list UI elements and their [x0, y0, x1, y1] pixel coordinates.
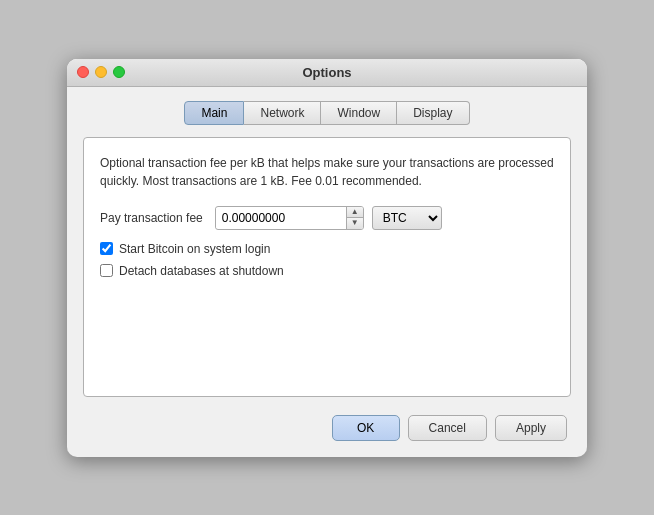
fee-input-wrapper: ▲ ▼: [215, 206, 364, 230]
cancel-button[interactable]: Cancel: [408, 415, 487, 441]
spinner-down-button[interactable]: ▼: [347, 218, 363, 229]
titlebar: Options: [67, 59, 587, 87]
main-panel: Optional transaction fee per kB that hel…: [83, 137, 571, 397]
spinner-buttons: ▲ ▼: [346, 207, 363, 229]
tab-network[interactable]: Network: [244, 101, 321, 125]
detach-databases-label[interactable]: Detach databases at shutdown: [119, 264, 284, 278]
spinner-up-button[interactable]: ▲: [347, 207, 363, 218]
ok-button[interactable]: OK: [332, 415, 400, 441]
maximize-button[interactable]: [113, 66, 125, 78]
window-title: Options: [302, 65, 351, 80]
fee-row: Pay transaction fee ▲ ▼ BTC mBTC μBTC: [100, 206, 554, 230]
checkbox-row-2: Detach databases at shutdown: [100, 264, 554, 278]
tab-display[interactable]: Display: [397, 101, 469, 125]
fee-label: Pay transaction fee: [100, 211, 203, 225]
traffic-lights: [77, 66, 125, 78]
description-text: Optional transaction fee per kB that hel…: [100, 154, 554, 190]
window-content: Main Network Window Display Optional tra…: [67, 87, 587, 457]
tab-main[interactable]: Main: [184, 101, 244, 125]
fee-input[interactable]: [216, 208, 346, 228]
button-row: OK Cancel Apply: [83, 415, 571, 441]
close-button[interactable]: [77, 66, 89, 78]
apply-button[interactable]: Apply: [495, 415, 567, 441]
minimize-button[interactable]: [95, 66, 107, 78]
start-bitcoin-checkbox[interactable]: [100, 242, 113, 255]
options-window: Options Main Network Window Display Opti…: [67, 59, 587, 457]
tab-window[interactable]: Window: [321, 101, 397, 125]
checkbox-row-1: Start Bitcoin on system login: [100, 242, 554, 256]
detach-databases-checkbox[interactable]: [100, 264, 113, 277]
tab-bar: Main Network Window Display: [83, 101, 571, 125]
currency-select[interactable]: BTC mBTC μBTC: [372, 206, 442, 230]
start-bitcoin-label[interactable]: Start Bitcoin on system login: [119, 242, 270, 256]
